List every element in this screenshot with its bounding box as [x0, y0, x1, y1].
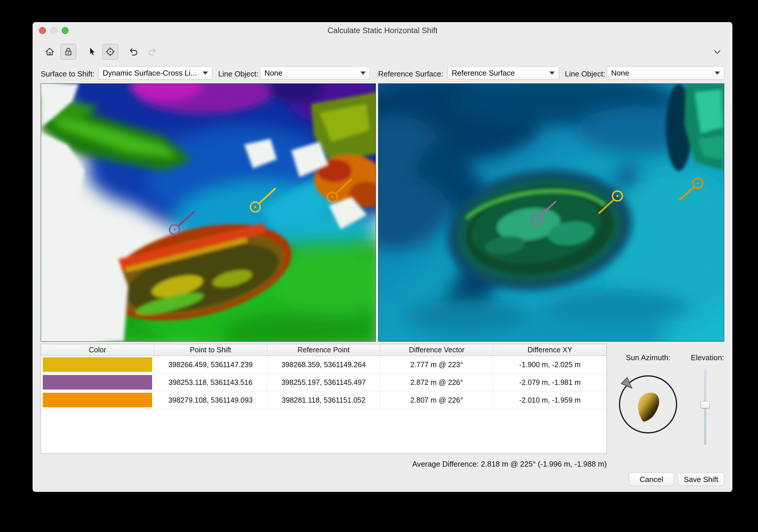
lock-button[interactable] [60, 44, 76, 60]
undo-button[interactable] [126, 44, 141, 60]
calculate-static-horizontal-shift-window: Calculate Static Horizontal Shift [33, 22, 732, 492]
titlebar[interactable]: Calculate Static Horizontal Shift [33, 22, 732, 38]
difference-xy-cell: -2.079 m, -1.981 m [493, 374, 606, 391]
cancel-button[interactable]: Cancel [629, 473, 674, 486]
point-to-shift-cell: 398253.118, 5361143.516 [154, 374, 267, 391]
table-row[interactable]: 398253.118, 5361143.516 398255.197, 5361… [41, 374, 606, 391]
sun-cone-icon [638, 392, 659, 421]
color-cell [41, 356, 154, 373]
window-title: Calculate Static Horizontal Shift [33, 22, 732, 39]
chevron-down-icon [712, 48, 723, 56]
reference-point-cell: 398268.359, 5361149.264 [267, 356, 380, 373]
reference-point-cell: 398281.118, 5361151.052 [267, 391, 380, 409]
pick-point-tool-button[interactable] [102, 44, 118, 60]
reference-surface-select[interactable]: Reference Surface [447, 66, 559, 80]
reference-surface-bathymetry [378, 84, 724, 341]
surface-to-shift-value: Dynamic Surface-Cross Li... [103, 69, 197, 77]
collapse-toolbar-button[interactable] [711, 47, 723, 57]
difference-vector-cell: 2.872 m @ 226° [380, 374, 493, 391]
table-row[interactable]: 398266.459, 5361147.239 398268.359, 5361… [41, 356, 606, 374]
dropdown-arrow-icon [549, 72, 555, 75]
color-swatch [43, 393, 152, 407]
redo-icon [147, 47, 157, 57]
minimize-icon[interactable] [50, 27, 57, 34]
traffic-lights [39, 27, 69, 34]
elevation-label: Elevation: [684, 353, 731, 362]
zoom-icon[interactable] [62, 27, 69, 34]
column-header-color: Color [41, 344, 154, 355]
surface-to-shift-label: Surface to Shift: [41, 70, 94, 79]
toolbar [42, 44, 160, 60]
difference-vector-cell: 2.807 m @ 226° [380, 391, 493, 409]
difference-vector-cell: 2.777 m @ 223° [380, 356, 493, 373]
sun-azimuth-label: Sun Azimuth: [610, 353, 686, 362]
lock-icon [63, 47, 74, 57]
difference-xy-cell: -1.900 m, -2.025 m [493, 356, 606, 373]
color-swatch [43, 357, 152, 372]
cursor-icon [86, 47, 97, 57]
dropdown-arrow-icon [361, 72, 365, 75]
dropdown-arrow-icon [715, 72, 720, 75]
table-header: Color Point to Shift Reference Point Dif… [41, 344, 606, 356]
line-object-right-value: None [611, 69, 629, 77]
column-header-difference-vector: Difference Vector [380, 344, 493, 355]
reference-surface-map[interactable] [378, 83, 724, 342]
reference-surface-value: Reference Surface [452, 69, 515, 77]
surface-to-shift-bathymetry [41, 84, 375, 341]
reference-surface-label: Reference Surface: [378, 70, 443, 79]
surface-to-shift-map[interactable] [41, 83, 376, 342]
home-button[interactable] [42, 44, 57, 60]
undo-icon [128, 47, 139, 57]
color-swatch [43, 375, 152, 389]
color-cell [41, 391, 154, 409]
column-header-point-to-shift: Point to Shift [154, 344, 267, 355]
reference-point-cell: 398255.197, 5361145.497 [267, 374, 380, 391]
shift-points-table: Color Point to Shift Reference Point Dif… [41, 344, 607, 454]
column-header-reference-point: Reference Point [267, 344, 380, 355]
column-header-difference-xy: Difference XY [493, 344, 606, 355]
difference-xy-cell: -2.010 m, -1.959 m [493, 391, 606, 409]
line-object-left-value: None [264, 69, 282, 77]
elevation-slider[interactable] [698, 369, 713, 447]
line-object-right-select[interactable]: None [607, 66, 724, 80]
close-icon[interactable] [39, 27, 46, 34]
point-to-shift-cell: 398266.459, 5361147.239 [154, 356, 267, 373]
dropdown-arrow-icon [203, 72, 208, 75]
sun-azimuth-dial[interactable] [616, 372, 680, 436]
surface-to-shift-select[interactable]: Dynamic Surface-Cross Li... [98, 66, 212, 80]
average-difference-text: Average Difference: 2.818 m @ 225° (-1.9… [294, 460, 607, 469]
line-object-left-label: Line Object: [218, 70, 258, 79]
table-row[interactable]: 398279.108, 5361149.093 398281.118, 5361… [41, 391, 606, 409]
line-object-right-label: Line Object: [565, 70, 605, 79]
redo-button[interactable] [144, 44, 160, 60]
color-cell [41, 374, 154, 391]
line-object-left-select[interactable]: None [260, 66, 370, 80]
elevation-slider-handle[interactable] [701, 401, 710, 409]
home-icon [45, 47, 55, 57]
point-to-shift-cell: 398279.108, 5361149.093 [154, 391, 267, 409]
save-shift-button[interactable]: Save Shift [678, 473, 724, 486]
target-icon [105, 47, 116, 57]
pointer-tool-button[interactable] [84, 44, 99, 60]
